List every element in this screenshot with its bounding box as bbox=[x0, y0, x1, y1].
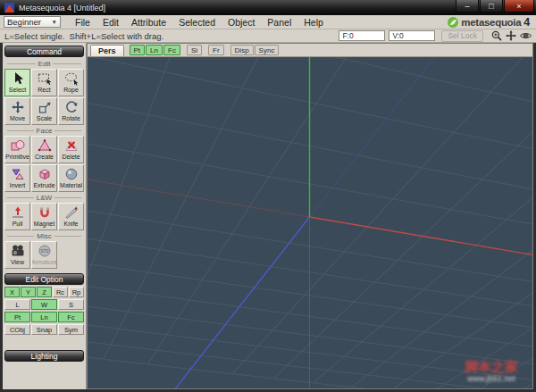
command-button-scale[interactable]: Scale bbox=[31, 97, 57, 125]
rect-select-icon bbox=[38, 71, 52, 86]
title-bar: Metasequoia 4 [Untitled] – □ × bbox=[0, 0, 536, 15]
mode-value: Beginner bbox=[7, 17, 41, 27]
sym-toggle[interactable]: Sym bbox=[58, 324, 84, 335]
menu-object[interactable]: Object bbox=[222, 17, 261, 28]
command-button-pull[interactable]: Pull bbox=[4, 203, 30, 230]
command-button-view[interactable]: View bbox=[4, 241, 30, 269]
app-icon bbox=[4, 3, 14, 13]
command-button-delete[interactable]: Delete bbox=[58, 136, 84, 163]
pan-icon[interactable] bbox=[506, 30, 516, 41]
command-button-magnet[interactable]: Magnet bbox=[31, 203, 57, 230]
line-edit-toggle[interactable]: Ln bbox=[31, 312, 57, 322]
primitive-icon bbox=[11, 138, 25, 153]
maximize-button[interactable]: □ bbox=[480, 0, 503, 13]
tab-pers[interactable]: Pers bbox=[90, 45, 124, 56]
command-button-select[interactable]: Select bbox=[4, 69, 30, 96]
axis-x-toggle[interactable]: X bbox=[4, 287, 20, 297]
app-window: Metasequoia 4 [Untitled] – □ × Beginner … bbox=[0, 0, 536, 392]
snap-toggle[interactable]: Snap bbox=[31, 324, 57, 335]
rope-select-icon bbox=[64, 71, 79, 86]
section-label-face: Face bbox=[4, 127, 84, 135]
toggle-points[interactable]: Pt bbox=[130, 45, 146, 55]
minimize-button[interactable]: – bbox=[456, 0, 479, 13]
pull-icon bbox=[11, 204, 25, 220]
menu-panel[interactable]: Panel bbox=[261, 17, 297, 28]
vertex-count-field: V:0 bbox=[389, 30, 435, 41]
create-face-icon bbox=[38, 138, 52, 153]
face-edit-toggle[interactable]: Fc bbox=[58, 312, 84, 322]
edit-option-header[interactable]: Edit Option bbox=[4, 273, 84, 285]
armature-icon: STD bbox=[38, 243, 52, 258]
grid-3d bbox=[88, 57, 532, 388]
move-icon bbox=[11, 99, 25, 114]
orbit-icon[interactable] bbox=[520, 30, 532, 41]
local-coord-toggle[interactable]: L bbox=[4, 299, 30, 310]
command-button-create[interactable]: Create bbox=[31, 136, 57, 163]
toggle-si[interactable]: Si bbox=[187, 45, 202, 55]
view-camera-icon bbox=[11, 243, 25, 258]
rc-toggle[interactable]: Rc bbox=[53, 287, 68, 297]
command-button-knife[interactable]: Knife bbox=[58, 203, 84, 230]
logo-version: 4 bbox=[523, 16, 530, 29]
leaf-icon bbox=[448, 17, 458, 28]
scale-icon bbox=[38, 99, 52, 114]
std-badge: STD bbox=[40, 249, 49, 254]
metasequoia-logo: metasequoia4 bbox=[448, 16, 532, 29]
command-button-rect[interactable]: Rect bbox=[31, 69, 57, 96]
menu-bar: Beginner ▼ File Edit Attribute Selected … bbox=[0, 15, 536, 29]
command-button-rope[interactable]: Rope bbox=[58, 69, 84, 96]
toggle-lines[interactable]: Ln bbox=[146, 45, 163, 55]
viewport-tab-bar: Pers Pt Ln Fc Si Fr Disp Sync bbox=[88, 44, 532, 57]
command-button-invert[interactable]: Invert bbox=[4, 164, 30, 192]
menu-selected[interactable]: Selected bbox=[172, 17, 222, 28]
command-button-material[interactable]: Material bbox=[58, 164, 84, 192]
menu-edit[interactable]: Edit bbox=[96, 17, 125, 28]
extrude-icon bbox=[38, 166, 52, 181]
viewport-area: Pers Pt Ln Fc Si Fr Disp Sync 脚本之家 www.j… bbox=[87, 43, 533, 389]
toggle-disp[interactable]: Disp bbox=[230, 45, 254, 55]
close-button[interactable]: × bbox=[504, 0, 534, 13]
face-count-field: F:0 bbox=[339, 30, 385, 41]
lighting-header[interactable]: Lighting bbox=[4, 350, 84, 362]
toggle-sync[interactable]: Sync bbox=[255, 45, 280, 55]
axis-z-toggle[interactable]: Z bbox=[37, 287, 52, 297]
command-button-primitive[interactable]: Primitive bbox=[4, 136, 30, 163]
select-icon bbox=[11, 71, 25, 86]
magnet-icon bbox=[38, 204, 52, 220]
command-panel-header[interactable]: Command bbox=[4, 46, 84, 57]
logo-text: metasequoia bbox=[461, 17, 521, 28]
command-button-extrude[interactable]: Extrude bbox=[31, 164, 57, 192]
invert-icon bbox=[11, 166, 25, 181]
sel-lock-button[interactable]: Sel Lock bbox=[441, 30, 483, 42]
world-coord-toggle[interactable]: W bbox=[31, 299, 57, 310]
menu-file[interactable]: File bbox=[69, 17, 96, 28]
section-label-edit: Edit bbox=[4, 60, 84, 68]
status-toolbar: L=Select single. Shift+L=Select with dra… bbox=[0, 29, 536, 43]
window-title: Metasequoia 4 [Untitled] bbox=[19, 4, 456, 13]
main-content: Command Edit Select Rect bbox=[0, 43, 536, 392]
delete-face-icon bbox=[64, 138, 79, 153]
mode-dropdown[interactable]: Beginner ▼ bbox=[4, 16, 61, 28]
command-panel: Command Edit Select Rect bbox=[3, 43, 87, 389]
command-button-armature[interactable]: STD Armature bbox=[31, 241, 57, 269]
zoom-icon[interactable] bbox=[491, 30, 502, 41]
knife-icon bbox=[64, 204, 79, 220]
menu-help[interactable]: Help bbox=[297, 17, 330, 28]
toggle-fr[interactable]: Fr bbox=[208, 45, 224, 55]
viewport[interactable]: 脚本之家 www.jb51.net bbox=[88, 57, 532, 388]
point-edit-toggle[interactable]: Pt bbox=[4, 312, 30, 322]
hint-text: L=Select single. Shift+L=Select with dra… bbox=[4, 31, 163, 41]
cobj-toggle[interactable]: CObj bbox=[4, 324, 30, 335]
section-label-lw: L&W bbox=[4, 194, 84, 202]
material-icon bbox=[64, 166, 79, 181]
section-label-misc: Misc bbox=[4, 232, 84, 240]
axis-y-toggle[interactable]: Y bbox=[21, 287, 36, 297]
screen-coord-toggle[interactable]: S bbox=[58, 299, 84, 310]
rp-toggle[interactable]: Rp bbox=[69, 287, 84, 297]
menu-attribute[interactable]: Attribute bbox=[125, 17, 172, 28]
rotate-icon bbox=[64, 99, 79, 114]
command-button-rotate[interactable]: Rotate bbox=[58, 97, 84, 125]
command-button-move[interactable]: Move bbox=[4, 97, 30, 125]
chevron-down-icon: ▼ bbox=[52, 19, 57, 25]
toggle-faces[interactable]: Fc bbox=[163, 45, 180, 55]
